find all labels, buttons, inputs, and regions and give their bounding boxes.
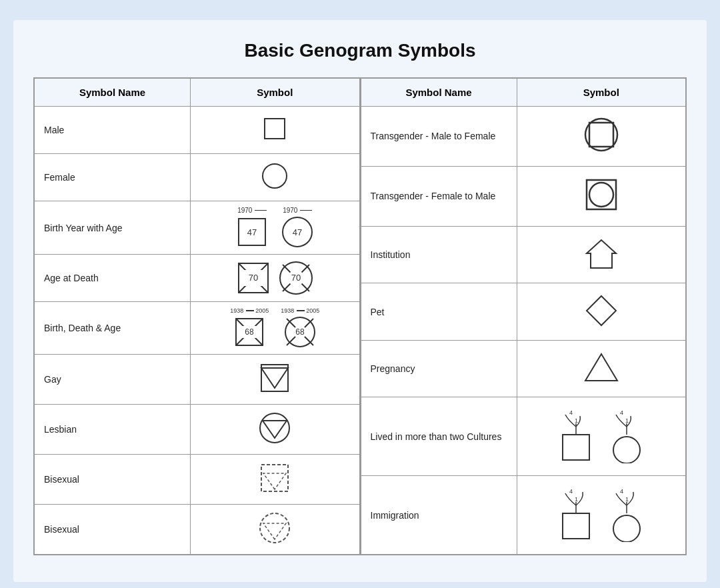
symbol-birth-death-age: 1938 2005 68 1938 2005 xyxy=(191,302,360,355)
row-trans-m2f: Transgender - Male to Female xyxy=(361,107,686,167)
svg-text:1: 1 xyxy=(575,417,578,424)
svg-rect-52 xyxy=(563,513,589,539)
right-header-name: Symbol Name xyxy=(361,79,517,107)
symbol-trans-f2m xyxy=(517,166,686,226)
svg-text:4: 4 xyxy=(620,409,623,416)
left-header-symbol: Symbol xyxy=(191,79,360,107)
svg-text:4: 4 xyxy=(569,488,573,495)
svg-text:1: 1 xyxy=(625,417,629,424)
name-pet: Pet xyxy=(361,283,517,341)
left-header-name: Symbol Name xyxy=(35,79,191,107)
svg-rect-0 xyxy=(265,119,285,139)
svg-marker-33 xyxy=(263,523,286,539)
row-female: Female xyxy=(35,154,360,201)
svg-marker-39 xyxy=(587,296,616,325)
tables-wrapper: Symbol Name Symbol Male Female xyxy=(33,77,687,555)
name-trans-f2m: Transgender - Female to Male xyxy=(361,166,517,226)
right-table: Symbol Name Symbol Transgender - Male to… xyxy=(361,78,687,555)
symbol-trans-m2f xyxy=(517,107,686,167)
row-immigration: Immigration 4 1 xyxy=(361,476,686,555)
svg-text:70: 70 xyxy=(291,273,301,283)
svg-rect-35 xyxy=(589,123,613,147)
svg-text:68: 68 xyxy=(245,327,255,337)
page-title: Basic Genogram Symbols xyxy=(33,40,687,61)
svg-point-32 xyxy=(260,513,289,543)
row-male: Male xyxy=(35,107,360,154)
name-multi-culture: Lived in more than two Cultures xyxy=(361,397,517,476)
symbol-immigration: 4 1 4 1 xyxy=(517,476,686,555)
row-bisexual-m: Bisexual xyxy=(35,455,360,505)
symbol-bisexual-m xyxy=(191,455,360,505)
row-pet: Pet xyxy=(361,283,686,341)
symbol-institution xyxy=(517,226,686,283)
row-lesbian: Lesbian xyxy=(35,405,360,455)
left-table: Symbol Name Symbol Male Female xyxy=(34,78,360,555)
svg-point-48 xyxy=(613,437,640,463)
name-trans-m2f: Transgender - Male to Female xyxy=(361,107,517,167)
svg-marker-27 xyxy=(261,368,288,388)
name-bisexual-f: Bisexual xyxy=(35,505,191,555)
name-birth-year: Birth Year with Age xyxy=(35,201,191,255)
svg-point-37 xyxy=(589,183,613,207)
row-pregnancy: Pregnancy xyxy=(361,340,686,397)
svg-text:4: 4 xyxy=(569,409,573,416)
svg-text:4: 4 xyxy=(620,488,623,495)
row-multi-culture: Lived in more than two Cultures 4 1 xyxy=(361,397,686,476)
row-birth-year: Birth Year with Age 1970 47 xyxy=(35,201,360,255)
row-birth-death-age: Birth, Death & Age 1938 2005 68 xyxy=(35,302,360,355)
symbol-bisexual-f xyxy=(191,505,360,555)
row-trans-f2m: Transgender - Female to Male xyxy=(361,166,686,226)
name-birth-death-age: Birth, Death & Age xyxy=(35,302,191,355)
svg-text:47: 47 xyxy=(293,227,302,237)
page-container: Basic Genogram Symbols Symbol Name Symbo… xyxy=(13,20,707,582)
name-female: Female xyxy=(35,154,191,201)
svg-point-56 xyxy=(613,515,640,542)
symbol-pregnancy xyxy=(517,340,686,397)
name-gay: Gay xyxy=(35,355,191,405)
svg-text:70: 70 xyxy=(249,273,258,283)
name-age-death: Age at Death xyxy=(35,255,191,302)
svg-rect-36 xyxy=(587,180,616,209)
svg-rect-44 xyxy=(563,435,589,460)
symbol-multi-culture: 4 1 xyxy=(517,397,686,476)
svg-point-1 xyxy=(263,164,287,188)
svg-text:68: 68 xyxy=(296,327,305,337)
symbol-male xyxy=(191,107,360,154)
name-bisexual-m: Bisexual xyxy=(35,455,191,505)
svg-text:1: 1 xyxy=(575,496,578,503)
svg-marker-40 xyxy=(585,354,617,381)
symbol-age-death: 70 70 xyxy=(191,255,360,302)
row-bisexual-f: Bisexual xyxy=(35,505,360,555)
name-institution: Institution xyxy=(361,226,517,283)
name-pregnancy: Pregnancy xyxy=(361,340,517,397)
symbol-lesbian xyxy=(191,405,360,455)
name-male: Male xyxy=(35,107,191,154)
svg-text:47: 47 xyxy=(247,227,257,237)
symbol-gay xyxy=(191,355,360,405)
svg-marker-31 xyxy=(263,473,286,489)
svg-marker-38 xyxy=(587,240,616,268)
name-lesbian: Lesbian xyxy=(35,405,191,455)
row-institution: Institution xyxy=(361,226,686,283)
svg-marker-29 xyxy=(263,421,287,438)
row-gay: Gay xyxy=(35,355,360,405)
symbol-birth-year: 1970 47 1970 47 xyxy=(191,201,360,255)
symbol-female xyxy=(191,154,360,201)
row-age-death: Age at Death 70 xyxy=(35,255,360,302)
symbol-pet xyxy=(517,283,686,341)
svg-text:1: 1 xyxy=(625,496,629,503)
name-immigration: Immigration xyxy=(361,476,517,555)
svg-rect-30 xyxy=(261,465,288,491)
right-header-symbol: Symbol xyxy=(517,79,686,107)
